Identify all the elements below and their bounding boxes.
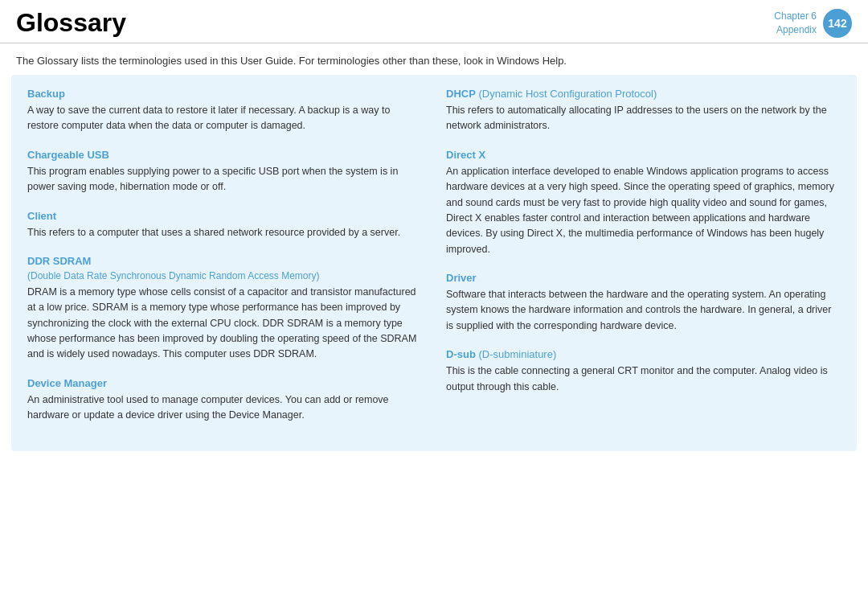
term-dhcp-body: This refers to automatically allocating … (446, 103, 841, 134)
header-right: Chapter 6 Appendix 142 (774, 9, 852, 38)
chapter-appendix-label: Chapter 6 Appendix (774, 10, 817, 37)
term-ddr-sdram-title: DDR SDRAM (27, 255, 422, 267)
term-direct-x-title: Direct X (446, 149, 841, 161)
right-column: DHCP (Dynamic Host Configuration Protoco… (446, 88, 841, 438)
term-client-title: Client (27, 210, 422, 222)
term-d-sub: D-sub (D-subminiature) This is the cable… (446, 348, 841, 395)
term-client: Client This refers to a computer that us… (27, 210, 422, 240)
term-backup-title: Backup (27, 88, 422, 100)
term-backup: Backup A way to save the current data to… (27, 88, 422, 134)
term-ddr-sdram: DDR SDRAM (Double Data Rate Synchronous … (27, 255, 422, 363)
term-client-body: This refers to a computer that uses a sh… (27, 225, 422, 240)
term-chargeable-usb-title: Chargeable USB (27, 149, 422, 161)
intro-text: The Glossary lists the terminologies use… (0, 43, 868, 75)
term-device-manager-title: Device Manager (27, 377, 422, 389)
glossary-content-box: Backup A way to save the current data to… (11, 75, 857, 451)
term-d-sub-body: This is the cable connecting a general C… (446, 363, 841, 395)
term-device-manager: Device Manager An administrative tool us… (27, 377, 422, 424)
term-device-manager-body: An administrative tool used to manage co… (27, 392, 422, 424)
term-driver-title: Driver (446, 272, 841, 284)
term-backup-body: A way to save the current data to restor… (27, 103, 422, 134)
term-direct-x-body: An application interface developed to en… (446, 164, 841, 257)
term-dhcp: DHCP (Dynamic Host Configuration Protoco… (446, 88, 841, 134)
page-title: Glossary (16, 8, 126, 38)
term-chargeable-usb: Chargeable USB This program enables supp… (27, 149, 422, 195)
term-dhcp-title: DHCP (Dynamic Host Configuration Protoco… (446, 88, 841, 100)
page-number-badge: 142 (823, 9, 852, 38)
term-ddr-sdram-body: DRAM is a memory type whose cells consis… (27, 285, 422, 363)
term-direct-x: Direct X An application interface develo… (446, 149, 841, 257)
term-d-sub-title: D-sub (D-subminiature) (446, 348, 841, 360)
left-column: Backup A way to save the current data to… (27, 88, 422, 438)
term-ddr-sdram-subtitle: (Double Data Rate Synchronous Dynamic Ra… (27, 270, 422, 281)
term-driver: Driver Software that interacts between t… (446, 272, 841, 334)
page-header: Glossary Chapter 6 Appendix 142 (0, 0, 868, 43)
term-chargeable-usb-body: This program enables supplying power to … (27, 164, 422, 195)
term-driver-body: Software that interacts between the hard… (446, 287, 841, 334)
